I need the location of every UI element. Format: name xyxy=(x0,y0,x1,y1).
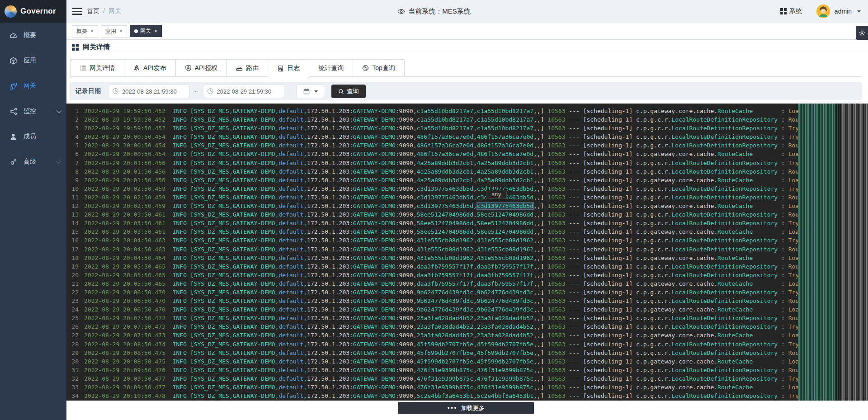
calendar-icon xyxy=(303,88,310,94)
sidebar-item-应用[interactable]: 应用 xyxy=(0,48,66,73)
log-line[interactable]: 62022-08-29 20:00:50.454 INFO [SYS_DZ_ME… xyxy=(66,150,798,158)
chevron-down-icon xyxy=(57,108,61,113)
sidebar-item-概要[interactable]: 概要 xyxy=(0,23,66,48)
log-line[interactable]: 12022-08-29 19:59:50.452 INFO [SYS_DZ_ME… xyxy=(66,107,798,115)
log-line[interactable]: 162022-08-29 20:04:50.463 INFO [SYS_DZ_M… xyxy=(66,236,798,245)
log-line[interactable]: 332022-08-29 20:09:50.477 INFO [SYS_DZ_M… xyxy=(66,383,798,392)
log-line-text: 2022-08-29 20:00:50.454 INFO [SYS_DZ_MES… xyxy=(84,151,798,157)
top-navbar: Governor 首页 / 网关 当前系统：MES系统 系统 xyxy=(0,0,868,23)
log-line[interactable]: 42022-08-29 20:00:50.454 INFO [SYS_DZ_ME… xyxy=(66,132,798,141)
log-line[interactable]: 212022-08-29 20:05:50.465 INFO [SYS_DZ_M… xyxy=(66,279,798,288)
log-line[interactable]: 92022-08-29 20:01:50.456 INFO [SYS_DZ_ME… xyxy=(66,176,798,184)
sidebar-item-成员[interactable]: 成员 xyxy=(0,124,66,149)
log-line[interactable]: 122022-08-29 20:02:50.459 INFO [SYS_DZ_M… xyxy=(66,202,798,210)
quick-range-dropdown-button[interactable] xyxy=(296,85,325,98)
app-root: Governor 首页 / 网关 当前系统：MES系统 系统 xyxy=(0,0,868,420)
sidebar-item-监控[interactable]: 监控 xyxy=(0,99,66,124)
log-line[interactable]: 72022-08-29 20:01:50.456 INFO [SYS_DZ_ME… xyxy=(66,159,798,167)
hamburger-icon[interactable] xyxy=(72,8,82,15)
log-line[interactable]: 222022-08-29 20:06:50.470 INFO [SYS_DZ_M… xyxy=(66,288,798,297)
navbar-right: 系统 admin xyxy=(780,0,861,23)
active-dot xyxy=(134,29,138,33)
line-number: 15 xyxy=(66,227,79,236)
log-line[interactable]: 302022-08-29 20:08:50.475 INFO [SYS_DZ_M… xyxy=(66,357,798,366)
tab-Top查询[interactable]: Top查询 xyxy=(353,59,405,76)
start-date-input-wrap xyxy=(108,85,189,98)
breadcrumb-home[interactable]: 首页 xyxy=(87,7,99,15)
tab-网关详情[interactable]: 网关详情 xyxy=(70,59,124,76)
sidebar-item-高级[interactable]: 高级 xyxy=(0,149,66,175)
log-line[interactable]: 112022-08-29 20:02:50.459 INFO [SYS_DZ_M… xyxy=(66,193,798,202)
log-line[interactable]: 232022-08-29 20:06:50.470 INFO [SYS_DZ_M… xyxy=(66,297,798,305)
query-button[interactable]: 查询 xyxy=(331,85,366,98)
line-number: 33 xyxy=(66,383,79,392)
log-line[interactable]: 282022-08-29 20:08:50.474 INFO [SYS_DZ_M… xyxy=(66,340,798,349)
log-line[interactable]: 132022-08-29 20:03:50.461 INFO [SYS_DZ_M… xyxy=(66,210,798,219)
sidebar-item-网关[interactable]: 网关 xyxy=(0,73,66,99)
tag-chip-概要[interactable]: 概要× xyxy=(72,25,98,38)
log-line[interactable]: 182022-08-29 20:04:50.464 INFO [SYS_DZ_M… xyxy=(66,254,798,262)
log-editor[interactable]: 12022-08-29 19:59:50.452 INFO [SYS_DZ_ME… xyxy=(66,104,868,401)
log-line[interactable]: 202022-08-29 20:05:50.465 INFO [SYS_DZ_M… xyxy=(66,271,798,279)
start-date-input[interactable] xyxy=(108,85,189,98)
log-line[interactable]: 312022-08-29 20:09:50.476 INFO [SYS_DZ_M… xyxy=(66,366,798,374)
log-line[interactable]: 32022-08-29 19:59:50.452 INFO [SYS_DZ_ME… xyxy=(66,124,798,132)
system-switch[interactable]: 系统 xyxy=(780,7,802,15)
range-separator: ~ xyxy=(194,88,198,95)
log-line[interactable]: 172022-08-29 20:04:50.463 INFO [SYS_DZ_M… xyxy=(66,245,798,254)
line-number: 21 xyxy=(66,279,79,288)
minimap-gray-band xyxy=(842,104,868,401)
tag-chip-网关[interactable]: 网关× xyxy=(130,25,162,37)
minimap[interactable] xyxy=(798,104,868,401)
log-line-text: 2022-08-29 20:05:50.465 INFO [SYS_DZ_MES… xyxy=(84,263,798,270)
log-line[interactable]: 82022-08-29 20:01:50.456 INFO [SYS_DZ_ME… xyxy=(66,167,798,176)
close-icon[interactable]: × xyxy=(90,28,94,34)
log-line[interactable]: 292022-08-29 20:08:50.475 INFO [SYS_DZ_M… xyxy=(66,349,798,357)
log-line[interactable]: 262022-08-29 20:07:50.473 INFO [SYS_DZ_M… xyxy=(66,322,798,331)
log-line[interactable]: 342022-08-29 20:10:50.478 INFO [SYS_DZ_M… xyxy=(66,392,798,400)
tab-路由[interactable]: 路由 xyxy=(227,59,268,76)
line-number: 14 xyxy=(66,219,79,227)
log-line-text: 2022-08-29 20:10:50.478 INFO [SYS_DZ_MES… xyxy=(84,392,798,399)
close-icon[interactable]: × xyxy=(154,28,157,34)
end-date-input[interactable] xyxy=(203,85,284,98)
line-number: 5 xyxy=(66,141,79,150)
user-name[interactable]: admin xyxy=(835,8,852,15)
load-more-button[interactable]: ●●● 加载更多 xyxy=(398,402,534,414)
log-filter-bar: 记录日期 ~ xyxy=(70,82,862,100)
log-line[interactable]: 142022-08-29 20:03:50.461 INFO [SYS_DZ_M… xyxy=(66,219,798,227)
log-line-text: 2022-08-29 20:02:50.459 INFO [SYS_DZ_MES… xyxy=(84,185,798,192)
close-icon[interactable]: × xyxy=(119,28,123,34)
log-line[interactable]: 242022-08-29 20:06:50.470 INFO [SYS_DZ_M… xyxy=(66,305,798,314)
tab-API发布[interactable]: API发布 xyxy=(124,59,176,76)
list-icon xyxy=(80,65,86,71)
chevron-down-icon[interactable] xyxy=(857,10,861,13)
line-number: 29 xyxy=(66,349,79,357)
tab-label: 网关详情 xyxy=(90,64,115,72)
tab-日志[interactable]: 日志 xyxy=(268,59,309,77)
log-line[interactable]: 322022-08-29 20:09:50.477 INFO [SYS_DZ_M… xyxy=(66,374,798,383)
log-line[interactable]: 272022-08-29 20:07:50.473 INFO [SYS_DZ_M… xyxy=(66,331,798,340)
tag-label: 应用 xyxy=(105,28,116,35)
log-line[interactable]: 152022-08-29 20:03:50.461 INFO [SYS_DZ_M… xyxy=(66,227,798,236)
tab-统计查询[interactable]: 统计查询 xyxy=(309,59,353,76)
theme-settings-button[interactable] xyxy=(856,26,868,40)
breadcrumb-separator: / xyxy=(103,7,105,15)
gateway-icon xyxy=(9,82,17,90)
log-line[interactable]: 52022-08-29 20:00:50.454 INFO [SYS_DZ_ME… xyxy=(66,141,798,150)
dashboard-icon xyxy=(9,32,17,39)
log-line-text: 2022-08-29 20:09:50.476 INFO [SYS_DZ_MES… xyxy=(84,367,798,373)
avatar[interactable] xyxy=(816,5,830,18)
tab-API授权[interactable]: API授权 xyxy=(176,59,227,76)
minimap-text-band xyxy=(798,104,835,401)
log-line[interactable]: 22022-08-29 19:59:50.452 INFO [SYS_DZ_ME… xyxy=(66,115,798,124)
tag-chip-应用[interactable]: 应用× xyxy=(101,25,127,38)
log-line[interactable]: 192022-08-29 20:05:50.465 INFO [SYS_DZ_M… xyxy=(66,262,798,271)
line-number: 3 xyxy=(66,124,79,132)
filter-label: 记录日期 xyxy=(75,87,101,95)
log-line-text: 2022-08-29 20:04:50.464 INFO [SYS_DZ_MES… xyxy=(84,255,798,261)
log-line[interactable]: 102022-08-29 20:02:50.459 INFO [SYS_DZ_M… xyxy=(66,184,798,193)
log-line-text: 2022-08-29 20:08:50.474 INFO [SYS_DZ_MES… xyxy=(84,341,798,348)
current-system-text: 当前系统：MES系统 xyxy=(408,7,471,16)
log-line[interactable]: 252022-08-29 20:07:50.472 INFO [SYS_DZ_M… xyxy=(66,314,798,322)
